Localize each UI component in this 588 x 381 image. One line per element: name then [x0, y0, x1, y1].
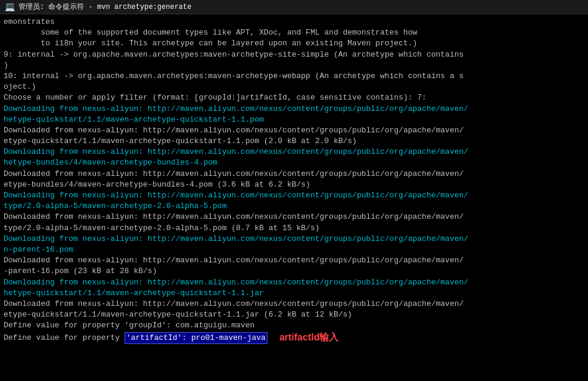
- input-line: Define value for property 'artifactId': …: [4, 331, 584, 344]
- line-22: n-parent-16.pom: [4, 244, 584, 255]
- line-20: type/2.0-alpha-5/maven-archetype-2.0-alp…: [4, 223, 584, 234]
- line-24: -parent-16.pom (23 kB at 28 kB/s): [4, 266, 584, 277]
- annotation-text: artifactId输入: [279, 331, 339, 344]
- title-bar-icon: 💻: [5, 2, 15, 12]
- line-10: hetype-quickstart/1.1/maven-archetype-qu…: [4, 114, 584, 125]
- line-9: Downloading from nexus-aliyun: http://ma…: [4, 104, 584, 114]
- input-prefix: Define value for property: [4, 333, 125, 343]
- line-7: oject.): [4, 82, 584, 92]
- terminal-body: emonstrates some of the supported docume…: [0, 14, 588, 381]
- line-23: Downloaded from nexus-aliyun: http://mav…: [4, 255, 584, 266]
- title-bar-text: 管理员: 命令提示符 - mvn archetype:generate: [18, 2, 191, 12]
- line-14: hetype-bundles/4/maven-archetype-bundles…: [4, 157, 584, 168]
- line-1: emonstrates: [4, 17, 584, 27]
- line-26: hetype-quickstart/1.1/maven-archetype-qu…: [4, 288, 584, 299]
- line-18: type/2.0-alpha-5/maven-archetype-2.0-alp…: [4, 201, 584, 212]
- line-3: to i18n your site. This archetype can be…: [4, 38, 584, 49]
- line-5: ): [4, 60, 584, 71]
- line-2: some of the supported document types lik…: [4, 27, 584, 38]
- line-6: 10: internal -> org.apache.maven.archety…: [4, 71, 584, 82]
- line-15: Downloaded from nexus-aliyun: http://mav…: [4, 169, 584, 179]
- line-28: etype-quickstart/1.1/maven-archetype-qui…: [4, 309, 584, 320]
- line-8: Choose a number or apply filter (format:…: [4, 92, 584, 103]
- line-19: Downloaded from nexus-aliyun: http://mav…: [4, 212, 584, 222]
- line-29: Define value for property 'groupId': com…: [4, 320, 584, 331]
- line-17: Downloading from nexus-aliyun: http://ma…: [4, 190, 584, 201]
- line-25: Downloading from nexus-aliyun: http://ma…: [4, 277, 584, 288]
- line-4: 9: internal -> org.apache.maven.archetyp…: [4, 49, 584, 60]
- line-21: Downloading from nexus-aliyun: http://ma…: [4, 234, 584, 244]
- line-27: Downloaded from nexus-aliyun: http://mav…: [4, 299, 584, 309]
- line-11: Downloaded from nexus-aliyun: http://mav…: [4, 125, 584, 136]
- title-bar: 💻 管理员: 命令提示符 - mvn archetype:generate: [0, 0, 588, 14]
- line-16: etype-bundles/4/maven-archetype-bundles-…: [4, 179, 584, 190]
- line-12: etype-quickstart/1.1/maven-archetype-qui…: [4, 136, 584, 147]
- line-13: Downloading from nexus-aliyun: http://ma…: [4, 147, 584, 157]
- input-highlighted[interactable]: 'artifactId': pro01-maven-java: [125, 332, 267, 344]
